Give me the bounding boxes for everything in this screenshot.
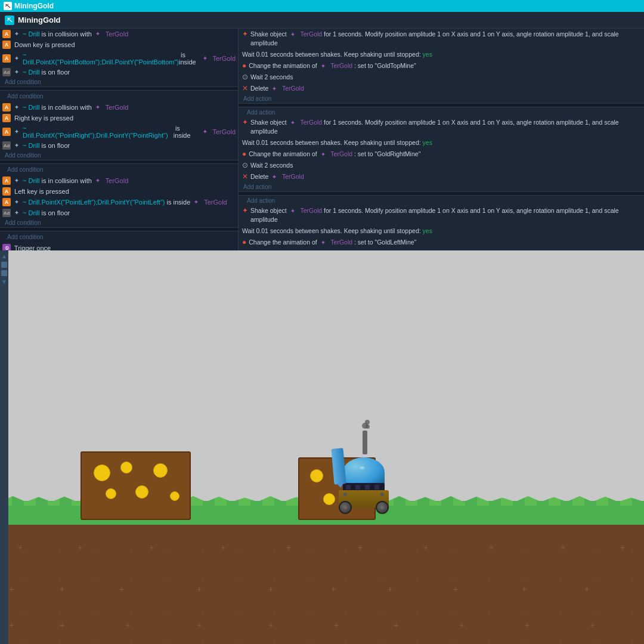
scroll-down-arrow[interactable]: ▼ [1,278,7,285]
event-block-4: ① Trigger once Add condition [0,243,238,250]
dirt-plus-13: + [119,584,124,594]
inside-text-1: is inside [179,51,201,66]
action-delete-2[interactable]: ✕ Delete ✦ TerGold [239,171,644,182]
dirt-plus-9: + [561,543,565,552]
drill-wheel-left [339,501,352,514]
condition-row-collision-2[interactable]: A ✦ ~ Drill is in collision with ✦ TerGo… [0,102,238,113]
action-anim-1[interactable]: ● Change the animation of ✦ TerGold : se… [239,60,644,72]
action-anim-3[interactable]: ● Change the animation of ✦ TerGold : se… [239,237,644,248]
action-shake-text-2: Shake object ✦ TerGold for 1 seconds. Mo… [250,118,640,136]
tergold-pt-icon-3: ✦ [192,198,200,206]
dirt-plus-27: + [394,620,398,630]
action-shake-1[interactable]: ✦ Shake object ✦ TerGold for 1 seconds. … [239,29,644,49]
condition-row-floor-1[interactable]: Ad ✦ ~ Drill is on floor [0,67,238,78]
dirt-plus-3: + [149,543,154,552]
condition-row-key-3[interactable]: A Left key is pressed [0,186,238,197]
condition-row-key-2[interactable]: A Right key is pressed [0,113,238,123]
action-anim-text-1: Change the animation of ✦ TerGold : set … [249,61,640,70]
action-wait2-2[interactable]: ⊙ Wait 2 seconds [239,160,644,171]
condition-row-point-2[interactable]: A ✦ ~ Drill.PointX("PointRight");Drill.P… [0,123,238,140]
dirt-plus-5: + [286,543,291,552]
condition-row-collision-3[interactable]: A ✦ ~ Drill is in collision with ✦ TerGo… [0,175,238,186]
dirt-plus-17: + [388,584,392,594]
add-condition-extra-2[interactable]: Add condition [2,165,48,174]
floor-text-2: is on floor [39,142,70,149]
scroll-up-arrow[interactable]: ▲ [1,253,7,259]
dirt-plus-26: + [334,620,339,630]
badge-a-key-3: A [2,187,11,196]
app-title-bar: ⛏ MiningGold [0,12,644,29]
add-action-sep-2[interactable]: Add action [239,196,644,205]
action-wait-text-1: Wait 0.01 seconds between shakes. Keep s… [242,50,640,59]
action-anim-2[interactable]: ● Change the animation of ✦ TerGold : se… [239,148,644,160]
dirt-plus-20: + [584,584,589,594]
wheel-hub-left [343,506,347,509]
collision-text-3: is in collision with [39,177,93,184]
add-condition-1[interactable]: Add condition [0,78,238,86]
badge-trigger-4: ① [2,244,11,250]
rivet-2 [380,493,384,496]
add-condition-sep-1[interactable]: Add condition [0,91,238,102]
condition-row-point-1[interactable]: A ✦ ~ Drill.PointX("PointBottom");Drill.… [0,50,238,67]
condition-row-point-3[interactable]: A ✦ ~ Drill.PointX("PointLeft");Drill.Po… [0,197,238,208]
badge-star-1: ✦ [13,30,21,38]
gold-dot-2 [120,462,132,473]
dirt-plus-30: + [590,620,595,630]
add-condition-2[interactable]: Add condition [0,151,238,160]
badge-ad-3: Ad [2,209,11,217]
os-title-bar: ⛏ MiningGold [0,0,644,12]
add-condition-sep-2[interactable]: Add condition [0,164,238,175]
drill-pipe [363,431,367,454]
shake-icon-2: ✦ [242,118,248,126]
badge-a-2: A [2,103,11,112]
key-text-3: Left key is pressed [13,188,69,195]
condition-row-floor-2[interactable]: Ad ✦ ~ Drill is on floor [0,140,238,151]
wheel-hub-right [380,506,384,509]
badge-ad-1: Ad [2,68,11,76]
event-block-3: A ✦ ~ Drill is in collision with ✦ TerGo… [0,175,238,228]
action-block-3: ✦ Shake object ✦ TerGold for 1 seconds. … [239,205,644,250]
shake-icon-1: ✦ [242,30,248,38]
drill-smoke [360,420,370,432]
anim-icon-1: ● [242,61,246,70]
condition-row-floor-3[interactable]: Ad ✦ ~ Drill is on floor [0,208,238,218]
dirt-plus-22: + [60,620,64,630]
action-wait-2[interactable]: Wait 0.01 seconds between shakes. Keep s… [239,137,644,148]
left-bar-btn-1[interactable] [1,262,7,268]
gold-dot-1 [94,465,110,481]
condition-row-key-1[interactable]: A Down key is pressed [0,39,238,50]
left-bar-btn-2[interactable] [1,270,7,276]
action-shake-2[interactable]: ✦ Shake object ✦ TerGold for 1 seconds. … [239,117,644,137]
add-action-extra-2[interactable]: Add action [242,196,280,205]
action-wait2-1[interactable]: ⊙ Wait 2 seconds [239,72,644,83]
delete-icon-1: ✕ [242,84,248,92]
add-condition-extra-3[interactable]: Add condition [2,233,48,242]
add-action-1[interactable]: Add action [239,94,644,103]
add-condition-sep-3[interactable]: Add condition [0,231,238,243]
badge-star-2: ✦ [13,103,21,112]
action-delete-1[interactable]: ✕ Delete ✦ TerGold [239,83,644,94]
action-wait-text-3: Wait 0.01 seconds between shakes. Keep s… [242,227,640,236]
add-condition-3[interactable]: Add condition [0,218,238,227]
rivet-1 [343,493,347,496]
drill-floor-label-2: ~ Drill [23,142,39,149]
dirt-plus-8: + [489,543,494,552]
game-viewport: ▲ ▼ [0,250,644,644]
action-delete-text-2: Delete ✦ TerGold [250,172,640,181]
left-sidebar: ▲ ▼ [0,250,8,644]
condition-row-trigger-4[interactable]: ① Trigger once [0,243,238,250]
action-wait-3[interactable]: Wait 0.01 seconds between shakes. Keep s… [239,225,644,237]
os-title-text: MiningGold [14,2,54,10]
add-action-extra-1[interactable]: Add action [242,108,280,117]
add-action-2[interactable]: Add action [239,182,644,191]
inside-text-2: is inside [174,125,201,139]
drill-label-2: ~ Drill [23,104,39,111]
app-logo: ⛏ [5,16,14,25]
add-action-sep-1[interactable]: Add action [239,107,644,117]
add-condition-extra-1[interactable]: Add condition [2,92,48,101]
tergold-label-3: TerGold [104,177,128,184]
action-wait-1[interactable]: Wait 0.01 seconds between shakes. Keep s… [239,49,644,60]
condition-row-collision-1[interactable]: A ✦ ~ Drill is in collision with ✦ TerGo… [0,29,238,39]
action-shake-3[interactable]: ✦ Shake object ✦ TerGold for 1 seconds. … [239,205,644,225]
action-block-1: ✦ Shake object ✦ TerGold for 1 seconds. … [239,29,644,104]
